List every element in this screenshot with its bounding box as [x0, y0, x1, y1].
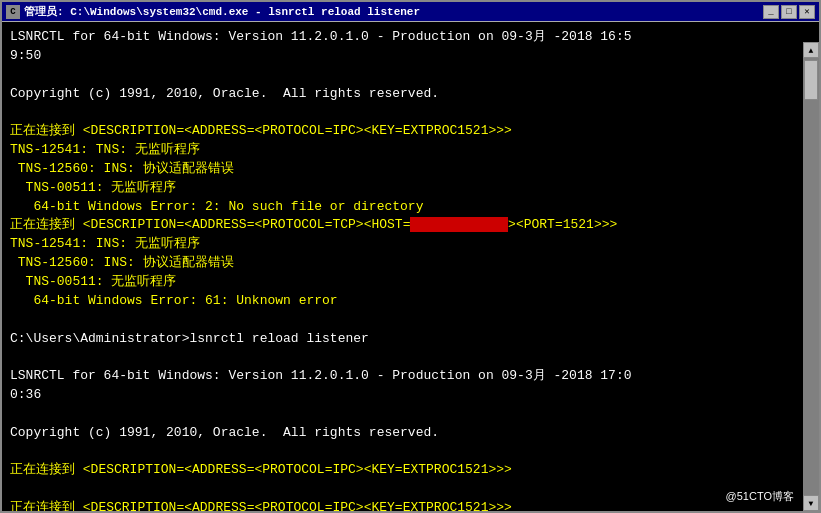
- redacted-host: [410, 217, 508, 232]
- scroll-down-button[interactable]: ▼: [803, 495, 819, 511]
- terminal-output: LSNRCTL for 64-bit Windows: Version 11.2…: [2, 22, 819, 511]
- terminal-line-23: [10, 443, 811, 462]
- terminal-line-8: TNS-12560: INS: 协议适配器错误: [10, 160, 811, 179]
- terminal-line-13: TNS-12560: INS: 协议适配器错误: [10, 254, 811, 273]
- terminal-line-14: TNS-00511: 无监听程序: [10, 273, 811, 292]
- terminal-line-6: 正在连接到 <DESCRIPTION=<ADDRESS=<PROTOCOL=IP…: [10, 122, 811, 141]
- scrollbar[interactable]: ▲ ▼: [803, 42, 819, 511]
- terminal-line-26: 正在连接到 <DESCRIPTION=<ADDRESS=<PROTOCOL=IP…: [10, 499, 811, 511]
- terminal-line-5: [10, 103, 811, 122]
- terminal-line-10: 64-bit Windows Error: 2: No such file or…: [10, 198, 811, 217]
- terminal-line-15: 64-bit Windows Error: 61: Unknown error: [10, 292, 811, 311]
- cmd-icon: C: [6, 5, 20, 19]
- title-bar-left: C 管理员: C:\Windows\system32\cmd.exe - lsn…: [6, 4, 420, 19]
- minimize-button[interactable]: _: [763, 5, 779, 19]
- terminal-line-16: [10, 311, 811, 330]
- terminal-line-18: [10, 348, 811, 367]
- terminal-line-12: TNS-12541: INS: 无监听程序: [10, 235, 811, 254]
- terminal-line-3: [10, 66, 811, 85]
- terminal-line-19: LSNRCTL for 64-bit Windows: Version 11.2…: [10, 367, 811, 386]
- terminal-line-17: C:\Users\Administrator>lsnrctl reload li…: [10, 330, 811, 349]
- title-bar: C 管理员: C:\Windows\system32\cmd.exe - lsn…: [2, 2, 819, 22]
- close-button[interactable]: ✕: [799, 5, 815, 19]
- cmd-window: C 管理员: C:\Windows\system32\cmd.exe - lsn…: [0, 0, 821, 513]
- terminal-line-25: [10, 480, 811, 499]
- terminal-line-20: 0:36: [10, 386, 811, 405]
- title-bar-buttons: _ □ ✕: [763, 5, 815, 19]
- terminal-line-1: LSNRCTL for 64-bit Windows: Version 11.2…: [10, 28, 811, 47]
- terminal-line-24: 正在连接到 <DESCRIPTION=<ADDRESS=<PROTOCOL=IP…: [10, 461, 811, 480]
- terminal-line-4: Copyright (c) 1991, 2010, Oracle. All ri…: [10, 85, 811, 104]
- scroll-up-button[interactable]: ▲: [803, 42, 819, 58]
- terminal-line-21: [10, 405, 811, 424]
- terminal-line-9: TNS-00511: 无监听程序: [10, 179, 811, 198]
- terminal-line-22: Copyright (c) 1991, 2010, Oracle. All ri…: [10, 424, 811, 443]
- terminal-line-11: 正在连接到 <DESCRIPTION=<ADDRESS=<PROTOCOL=TC…: [10, 216, 811, 235]
- watermark: @51CTO博客: [723, 488, 797, 505]
- scrollbar-track[interactable]: [803, 58, 819, 495]
- maximize-button[interactable]: □: [781, 5, 797, 19]
- terminal-line-2: 9:50: [10, 47, 811, 66]
- window-title: 管理员: C:\Windows\system32\cmd.exe - lsnrc…: [24, 4, 420, 19]
- terminal-line-7: TNS-12541: TNS: 无监听程序: [10, 141, 811, 160]
- scrollbar-thumb[interactable]: [804, 60, 818, 100]
